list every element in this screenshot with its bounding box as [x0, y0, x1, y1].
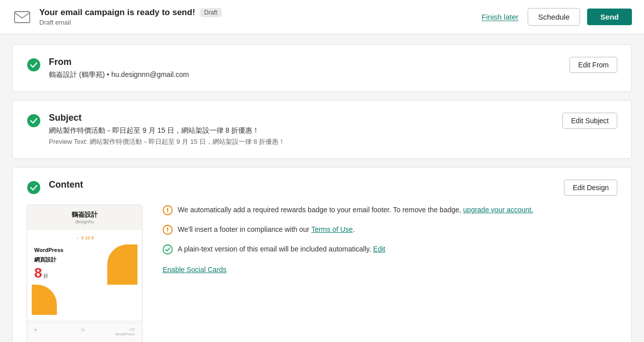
finish-later-button[interactable]: Finish later [479, 10, 520, 24]
warning-icon-1 [163, 205, 173, 215]
subject-value: 網站製作特價活動－即日起至 9 月 15 日，網站架設一律 8 折優惠！ [49, 126, 617, 135]
main-content: From 鶴崙設計 (鶴學苑) • hu.designnn@gmail.com … [0, 34, 644, 342]
preview-footer-brand: WordPress [34, 332, 135, 336]
send-button[interactable]: Send [587, 9, 632, 25]
content-section-header: Content [27, 180, 617, 195]
from-value: 鶴崙設計 (鶴學苑) • hu.designnn@gmail.com [49, 70, 617, 79]
preview-yellow-shape-2 [32, 285, 57, 315]
info-text-plaintext: A plain-text version of this email will … [178, 244, 385, 254]
warning-icon-2 [163, 225, 173, 235]
header-title-text: Your email campaign is ready to send! [39, 8, 195, 18]
info-item-rewards: We automatically add a required rewards … [163, 205, 617, 215]
upgrade-account-link[interactable]: upgrade your account. [463, 206, 533, 214]
svg-point-11 [163, 245, 172, 254]
info-item-footer: We'll insert a footer in compliance with… [163, 224, 617, 235]
edit-from-button[interactable]: Edit From [569, 57, 617, 73]
svg-rect-0 [15, 12, 30, 23]
edit-subject-button[interactable]: Edit Subject [562, 113, 617, 129]
preview-text-block: WordPress 網頁設計 8 折 [34, 244, 135, 282]
subject-title: Subject [49, 113, 617, 123]
preview-main-text-2: 網頁設計 [34, 256, 135, 264]
terms-of-use-link[interactable]: Terms of Use [311, 225, 352, 233]
email-preview-image: 鶴崙設計 designhu － 9 15 8 WordPress 網頁設計 [27, 205, 142, 342]
subject-body: Subject 網站製作特價活動－即日起至 9 月 15 日，網站架設一律 8 … [49, 113, 617, 146]
preview-footer-dots: ● 11 CP [34, 327, 135, 332]
subject-preview: Preview Text: 網站製作特價活動－即日起至 9 月 15 日，網站架… [49, 137, 617, 146]
preview-number-suffix: 折 [43, 273, 48, 280]
svg-point-2 [27, 58, 40, 71]
subject-check-icon [27, 114, 41, 128]
info-text-footer: We'll insert a footer in compliance with… [178, 224, 355, 235]
svg-point-7 [167, 212, 168, 213]
enable-social-cards-link[interactable]: Enable Social Cards [163, 266, 227, 274]
svg-point-4 [27, 181, 40, 194]
from-body: From 鶴崙設計 (鶴學苑) • hu.designnn@gmail.com [49, 57, 617, 79]
draft-badge: Draft [200, 8, 222, 17]
preview-label: Preview Text: [49, 138, 88, 145]
header-actions: Finish later Schedule Send [479, 8, 632, 26]
header-left: Your email campaign is ready to send! Dr… [12, 7, 222, 27]
check-icon-plaintext [163, 244, 173, 254]
content-title: Content [49, 180, 83, 190]
edit-plaintext-link[interactable]: Edit [373, 245, 385, 253]
header-subtitle: Draft email [39, 19, 222, 26]
from-section: From 鶴崙設計 (鶴學苑) • hu.designnn@gmail.com … [12, 44, 632, 92]
preview-header: 鶴崙設計 designhu [27, 205, 142, 230]
content-check-icon [27, 181, 41, 195]
preview-footer: ● 11 CP WordPress [27, 323, 142, 340]
info-item-plaintext: A plain-text version of this email will … [163, 244, 617, 254]
info-text-rewards: We automatically add a required rewards … [178, 205, 533, 215]
footer-dot-3: CP [129, 327, 135, 332]
info-panel: We automatically add a required rewards … [163, 205, 617, 274]
preview-text: 網站製作特價活動－即日起至 9 月 15 日，網站架設一律 8 折優惠！ [90, 138, 285, 145]
header: Your email campaign is ready to send! Dr… [0, 0, 644, 34]
header-title: Your email campaign is ready to send! Dr… [39, 8, 222, 18]
svg-point-3 [27, 114, 40, 127]
content-layout: 鶴崙設計 designhu － 9 15 8 WordPress 網頁設計 [27, 205, 617, 342]
content-section: Content Edit Design 鶴崙設計 designhu － 9 15… [12, 167, 632, 342]
header-title-block: Your email campaign is ready to send! Dr… [39, 8, 222, 26]
schedule-button[interactable]: Schedule [528, 8, 581, 26]
footer-dot-1: ● [34, 327, 37, 332]
from-check-icon [27, 58, 41, 72]
preview-content-area: WordPress 網頁設計 8 折 [34, 244, 135, 315]
email-campaign-icon [12, 7, 32, 27]
from-title: From [49, 57, 617, 67]
footer-dot-2: 11 [81, 327, 85, 332]
preview-number: 8 [34, 266, 42, 280]
preview-logo-main: 鶴崙設計 [34, 210, 135, 219]
edit-design-button[interactable]: Edit Design [564, 180, 617, 196]
subject-section: Subject 網站製作特價活動－即日起至 9 月 15 日，網站架設一律 8 … [12, 100, 632, 159]
preview-date-line: － 9 15 8 [34, 235, 135, 241]
preview-body: － 9 15 8 WordPress 網頁設計 8 折 [27, 230, 142, 320]
preview-logo-sub: designhu [34, 219, 135, 224]
preview-main-text-1: WordPress [34, 246, 135, 254]
svg-point-10 [167, 231, 168, 232]
email-preview: 鶴崙設計 designhu － 9 15 8 WordPress 網頁設計 [27, 205, 142, 342]
